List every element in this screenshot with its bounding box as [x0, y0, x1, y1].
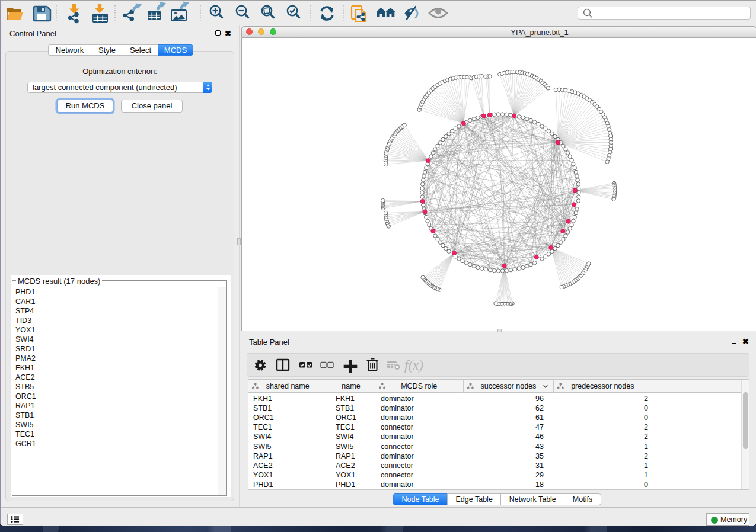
- svg-text:f(x): f(x): [404, 358, 423, 373]
